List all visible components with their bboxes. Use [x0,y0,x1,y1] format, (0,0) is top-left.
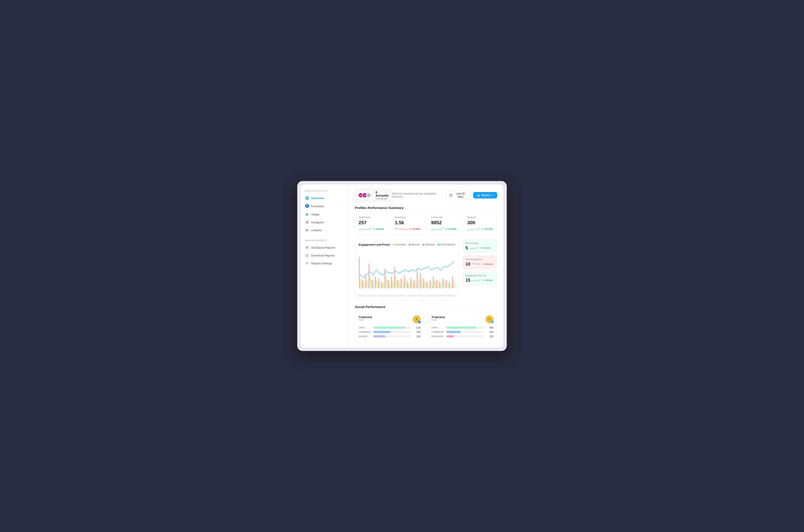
svg-rect-89 [434,280,435,288]
metric-card-0: Post Per Day 5 ✕ +12.35% [462,239,497,253]
engagement-chart [359,249,455,292]
svg-rect-78 [422,282,423,288]
settings-icon [305,261,309,265]
bar-fill [373,331,390,333]
svg-point-124 [408,271,409,272]
svg-rect-53 [395,277,396,288]
sidebar-item-scheduled[interactable]: Scheduled Reports [301,244,349,251]
svg-rect-22 [362,280,363,288]
avatars: A B +4 [358,193,371,198]
svg-rect-52 [394,267,395,288]
svg-point-121 [398,273,399,274]
svg-rect-31 [372,280,373,288]
svg-rect-69 [412,282,413,288]
sidebar-item-settings[interactable]: Reports Settings [301,259,349,267]
sidebar-item-download[interactable]: Download Reports [301,251,349,259]
sidebar: SOCIAL ANALYTICS Overview [301,185,349,347]
svg-rect-20 [360,278,361,288]
x-label: 29-01-22 [388,295,396,297]
sidebar-item-facebook[interactable]: Facebook ⌄ [301,202,349,210]
svg-point-128 [421,269,422,271]
svg-rect-107 [453,280,454,288]
accounts-connected[interactable]: A B +4 6 Accounts Connected [355,189,392,202]
perf-grid: Tropicana Page T LIKES 1.5k COMMENTS [355,312,497,343]
bar-row: COMMENTS 456 [431,331,493,333]
perf-card-1: Tropicana Page T LIKES 985 COMMENTS [428,312,497,343]
instagram-label: Instagram [311,221,324,224]
svg-rect-108 [454,282,455,288]
svg-rect-75 [419,280,420,288]
svg-rect-25 [365,275,366,288]
bar-label: COMMENTS [359,331,372,333]
chart-legend: CommentsRepostsReactionsPost Published [393,243,455,246]
svg-rect-84 [428,285,429,288]
sidebar-item-twitter[interactable]: Twitter [301,210,349,218]
bar-label: LIKES [431,326,445,329]
svg-rect-59 [402,280,403,288]
svg-rect-60 [403,282,404,288]
svg-rect-91 [436,280,437,288]
date-range-label: Last 30 days [454,192,467,198]
svg-rect-61 [404,275,405,288]
svg-rect-11 [306,230,306,231]
stat-value: 257 [359,220,385,226]
perf-title: Tropicana [431,316,445,319]
grid-icon [305,196,309,200]
svg-rect-82 [427,282,427,288]
svg-point-129 [424,268,425,269]
side-metrics: Post Per Day 5 ✕ +12.35% Total Enagement… [462,239,497,301]
bar-row: RETWEETS 125 [431,335,493,338]
stat-change: ✕ +12.32% [409,228,420,230]
platform-badge [418,320,421,323]
svg-rect-41 [382,283,383,288]
svg-rect-100 [446,280,447,288]
svg-rect-43 [385,268,386,288]
metric-value: 10 [466,262,470,267]
svg-rect-97 [443,278,444,288]
svg-rect-42 [384,285,384,288]
svg-point-111 [366,273,367,275]
x-label: 03-02-22 [428,295,435,297]
x-label: 27-01-22 [368,295,376,297]
download-label: Download Reports [311,254,335,257]
x-label: 30-01-22 [398,295,406,297]
instagram-icon [305,220,309,224]
svg-rect-92 [437,282,438,288]
bar-fill [373,335,386,338]
svg-rect-102 [448,283,449,288]
svg-rect-65 [408,283,409,288]
stat-label: Reposts [467,216,493,218]
svg-rect-34 [375,277,376,288]
sidebar-item-linkedin[interactable]: Linkedin [301,226,349,234]
sidebar-item-instagram[interactable]: Instagram [301,218,349,226]
svg-point-116 [382,274,383,276]
svg-rect-55 [397,280,398,288]
svg-point-115 [379,273,380,274]
accounts-sub: Connected [376,197,389,200]
svg-rect-94 [439,282,440,288]
perf-card-0: Tropicana Page T LIKES 1.5k COMMENTS [355,312,424,343]
svg-point-12 [306,229,306,230]
bar-row: LIKES 985 [431,326,493,329]
bar-row: COMMENTS 358 [359,331,420,333]
export-button[interactable]: Export [473,192,497,198]
metric-label: Post Per Day [466,242,494,245]
svg-rect-77 [421,278,422,288]
twitter-icon [305,212,309,216]
svg-rect-63 [406,280,407,288]
svg-rect-23 [363,282,364,288]
svg-point-120 [395,270,396,271]
svg-rect-3 [307,198,308,200]
perf-subtitle: Page [359,319,372,321]
x-label: 05-02-22 [447,295,455,297]
date-range-button[interactable]: Last 30 days [446,190,470,200]
sidebar-item-overview[interactable]: Overview [301,194,349,202]
svg-rect-37 [378,278,379,288]
perf-title: Tropicana [359,316,372,319]
metric-change: ✕ +03.14% [483,263,492,265]
svg-rect-49 [391,277,392,288]
linkedin-icon [305,228,309,232]
svg-point-6 [305,220,309,224]
svg-rect-32 [373,282,374,288]
svg-rect-96 [441,285,442,288]
